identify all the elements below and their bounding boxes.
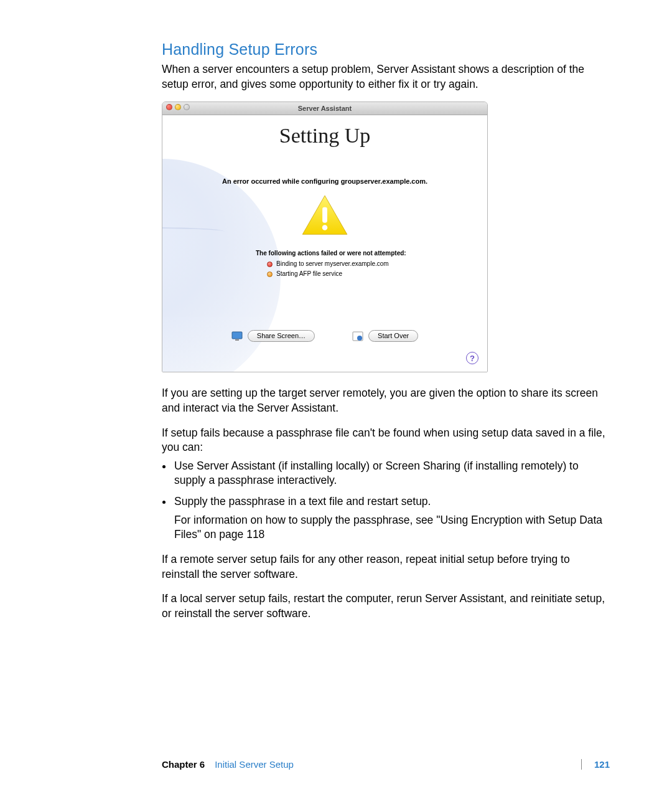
error-message: An error occurred while configuring grou… xyxy=(162,177,487,185)
action-list: Binding to server myserver.example.com S… xyxy=(162,259,487,279)
action-item: Binding to server myserver.example.com xyxy=(267,259,487,269)
svg-rect-2 xyxy=(232,332,242,339)
start-over-button[interactable]: Start Over xyxy=(368,330,418,342)
list-item: Supply the passphrase in a text file and… xyxy=(173,494,610,542)
page-footer: Chapter 6 Initial Server Setup 121 xyxy=(0,759,672,770)
chapter-title: Initial Server Setup xyxy=(215,759,294,770)
list-item: Use Server Assistant (if installing loca… xyxy=(173,459,610,488)
assistant-icon xyxy=(352,331,363,341)
window-traffic-lights xyxy=(166,104,190,110)
svg-point-1 xyxy=(322,225,328,230)
chapter-label: Chapter 6 xyxy=(162,759,205,770)
help-icon[interactable]: ? xyxy=(466,352,478,364)
action-item: Starting AFP file service xyxy=(267,269,487,279)
bullet-list: Use Server Assistant (if installing loca… xyxy=(162,459,610,542)
intro-paragraph: When a server encounters a setup problem… xyxy=(162,62,610,92)
section-title: Handling Setup Errors xyxy=(162,40,610,59)
actions-label: The following actions failed or were not… xyxy=(162,250,487,257)
body-paragraph: If a local server setup fails, restart t… xyxy=(162,592,610,621)
body-paragraph: If a remote server setup fails for any o… xyxy=(162,552,610,582)
minimize-icon[interactable] xyxy=(175,104,181,110)
status-skipped-icon xyxy=(267,271,273,277)
svg-rect-0 xyxy=(322,207,327,223)
window-heading: Setting Up xyxy=(162,124,487,148)
close-icon[interactable] xyxy=(166,104,172,110)
action-text: Starting AFP file service xyxy=(276,269,342,279)
screen-sharing-icon xyxy=(231,331,243,341)
window-titlebar: Server Assistant xyxy=(162,102,487,115)
window-title: Server Assistant xyxy=(298,105,352,112)
list-subtext: For information on how to supply the pas… xyxy=(174,513,610,542)
warning-icon xyxy=(301,194,349,237)
list-text: Supply the passphrase in a text file and… xyxy=(174,495,431,507)
list-text: Use Server Assistant (if installing loca… xyxy=(174,460,579,487)
server-assistant-window: Server Assistant Setting Up An error occ… xyxy=(162,101,488,372)
action-text: Binding to server myserver.example.com xyxy=(276,259,389,269)
body-paragraph: If setup fails because a passphrase file… xyxy=(162,426,610,455)
status-failed-icon xyxy=(267,262,273,267)
svg-point-5 xyxy=(357,336,362,341)
page-number: 121 xyxy=(581,759,610,770)
zoom-icon xyxy=(184,104,190,110)
body-paragraph: If you are setting up the target server … xyxy=(162,386,610,415)
svg-rect-3 xyxy=(235,339,239,341)
share-screen-button[interactable]: Share Screen… xyxy=(248,330,315,342)
